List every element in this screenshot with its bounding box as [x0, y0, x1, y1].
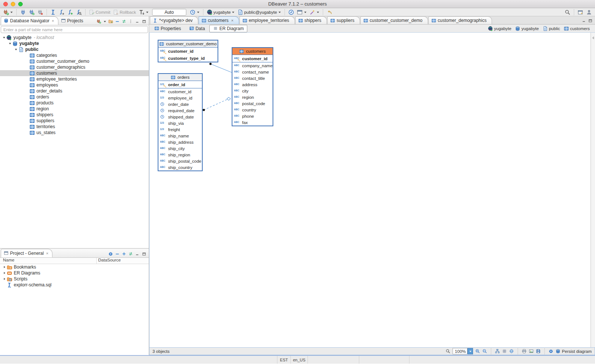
gear-icon[interactable]	[108, 251, 113, 256]
close-icon[interactable]: ×	[52, 19, 54, 23]
entity-column-shipped_date[interactable]: shipped_date	[158, 114, 202, 120]
entity-column-contact_title[interactable]: ABCcontact_title	[232, 75, 273, 81]
tree-item-schema[interactable]: public	[0, 46, 149, 52]
entity-column-order_id[interactable]: 123order_id	[158, 81, 202, 88]
zoom-out-icon[interactable]	[482, 349, 487, 354]
tab-database-navigator[interactable]: Database Navigator ×	[1, 16, 58, 25]
expand-icon[interactable]	[122, 251, 126, 256]
entity-customer_customer_demo[interactable]: customer_customer_demoABCcustomer_idABCc…	[158, 40, 218, 62]
close-icon[interactable]: ×	[231, 18, 233, 23]
toggle-grid-icon[interactable]	[502, 349, 507, 354]
commit-mode-combo[interactable]: Auto	[152, 9, 186, 16]
tree-item-table-order_details[interactable]: order_details	[0, 88, 149, 94]
view-menu-icon[interactable]	[128, 19, 133, 24]
tree-item-table-orders[interactable]: orders	[0, 94, 149, 100]
maximize-panel-icon[interactable]	[142, 19, 147, 24]
tree-item-table-customer_customer_demo[interactable]: customer_customer_demo	[0, 58, 149, 64]
entity-column-company_name[interactable]: ABCcompany_name	[232, 62, 273, 69]
close-icon[interactable]: ×	[46, 251, 48, 256]
reconnect-button[interactable]	[28, 9, 35, 16]
entity-column-address[interactable]: ABCaddress	[232, 81, 273, 88]
back-button[interactable]	[326, 9, 333, 16]
tree-item-table-us_states[interactable]: us_states	[0, 130, 149, 136]
tools-button[interactable]	[309, 9, 320, 16]
subtab-data[interactable]: Data	[186, 25, 209, 32]
persist-diagram-button[interactable]: Persist diagram	[556, 349, 592, 354]
print-diagram-icon[interactable]	[522, 349, 527, 354]
restore-panel-button[interactable]	[591, 35, 595, 41]
zoom-window-button[interactable]	[18, 2, 23, 6]
tree-item-table-shippers[interactable]: shippers	[0, 112, 149, 118]
editor-tab-customer-customer-demo[interactable]: customer_customer_demo	[360, 16, 428, 24]
disconnect-button[interactable]	[36, 9, 44, 16]
subtab-properties[interactable]: Properties	[151, 25, 185, 32]
active-schema-selector[interactable]: public@yugabyte	[237, 9, 282, 16]
new-connection-icon[interactable]	[96, 19, 101, 24]
sql-editor-button[interactable]	[49, 9, 57, 16]
tree-item-connection[interactable]: yugabyte- localhost	[0, 35, 149, 40]
entity-header[interactable]: customers	[232, 48, 273, 55]
commit-button[interactable]: Commit	[88, 9, 111, 16]
tab-projects[interactable]: Projects	[58, 16, 87, 25]
transaction-log-button[interactable]	[189, 9, 200, 16]
expander-icon[interactable]	[1, 277, 7, 280]
project-item-er-diagrams[interactable]: ER Diagrams	[0, 270, 149, 276]
close-window-button[interactable]	[3, 2, 8, 6]
tree-item-table-customers[interactable]: customers	[0, 70, 149, 76]
entity-column-contact_name[interactable]: ABCcontact_name	[232, 69, 273, 75]
entity-column-customer_id[interactable]: ABCcustomer_id	[232, 55, 273, 62]
new-sql-button[interactable]	[67, 9, 74, 16]
tree-item-table-products[interactable]: products	[0, 100, 149, 106]
expander-icon[interactable]	[1, 272, 7, 274]
tree-item-table-region[interactable]: region	[0, 106, 149, 112]
editor-tab-suppliers[interactable]: suppliers	[327, 16, 360, 24]
chevron-down-icon[interactable]	[103, 20, 106, 23]
editor-tab-customers[interactable]: customers×	[199, 16, 239, 24]
minimize-editor-icon[interactable]	[582, 18, 586, 23]
new-folder-icon[interactable]	[108, 19, 113, 24]
project-item-bookmarks[interactable]: Bookmarks	[0, 264, 149, 270]
entity-column-postal_code[interactable]: ABCpostal_code	[232, 100, 273, 107]
zoom-value[interactable]: 100%	[453, 348, 467, 354]
user-button[interactable]	[585, 9, 593, 16]
entity-column-ship_via[interactable]: 123ship_via	[158, 120, 202, 126]
expander-icon[interactable]	[7, 42, 12, 45]
entity-column-ship_address[interactable]: ABCship_address	[158, 139, 202, 145]
editor-tab--yugabyte-dev[interactable]: *<yugabyte> dev	[150, 16, 198, 24]
diagram-settings-icon[interactable]	[549, 349, 553, 354]
minimize-window-button[interactable]	[11, 2, 15, 6]
zoom-combo[interactable]: 100%	[453, 348, 473, 354]
entity-header[interactable]: orders	[158, 74, 202, 81]
export-image-icon[interactable]	[529, 349, 534, 354]
entity-orders[interactable]: orders123order_idABCcustomer_id123employ…	[158, 73, 203, 171]
entity-column-country[interactable]: ABCcountry	[232, 107, 273, 113]
time-button[interactable]	[287, 9, 295, 16]
entity-column-ship_name[interactable]: ABCship_name	[158, 133, 202, 139]
tree-item-database[interactable]: yugabyte	[0, 40, 149, 46]
entity-column-fax[interactable]: ABCfax	[232, 119, 273, 126]
open-perspective-button[interactable]	[577, 9, 584, 16]
project-item-scripts[interactable]: Scripts	[0, 276, 149, 282]
entity-header[interactable]: customer_customer_demo	[158, 40, 218, 48]
open-sql-button[interactable]	[75, 9, 83, 16]
active-connection-selector[interactable]: yugabyte	[206, 9, 236, 16]
diagram-search-icon[interactable]	[446, 349, 450, 354]
new-connection-button[interactable]	[2, 9, 14, 16]
entity-column-region[interactable]: ABCregion	[232, 94, 273, 100]
expander-icon[interactable]	[13, 48, 18, 51]
entity-column-order_date[interactable]: order_date	[158, 101, 202, 107]
table-filter-input[interactable]	[1, 26, 148, 33]
entity-column-employee_id[interactable]: 123employee_id	[158, 95, 202, 101]
connect-button[interactable]	[19, 9, 27, 16]
timezone-indicator[interactable]: EST	[277, 356, 290, 364]
editor-tab-customer-demographics[interactable]: customer_demographics	[428, 16, 492, 24]
minimize-panel-icon[interactable]	[135, 19, 140, 24]
tree-item-table-categories[interactable]: categories	[0, 52, 149, 58]
entity-column-freight[interactable]: 123freight	[158, 126, 202, 133]
entity-column-ship_city[interactable]: ABCship_city	[158, 145, 202, 152]
entity-column-ship_region[interactable]: ABCship_region	[158, 152, 202, 158]
expander-icon[interactable]	[1, 36, 6, 39]
tab-project-general[interactable]: Project - General ×	[1, 249, 52, 257]
transaction-mode-button[interactable]	[138, 9, 149, 16]
refresh-diagram-icon[interactable]	[509, 349, 514, 354]
